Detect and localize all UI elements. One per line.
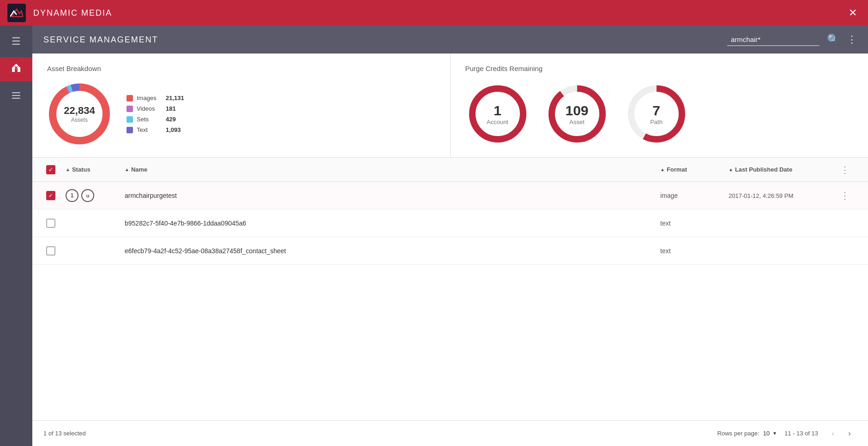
legend-value-videos: 181 [166,105,176,112]
purge-path-donut: 7 Path [624,82,689,146]
rows-per-page-value: 10 [763,430,770,437]
next-page-button[interactable]: › [842,426,857,441]
legend-item-images: Images 21,131 [127,95,184,101]
table-row: b95282c7-5f40-4e7b-9866-1ddaa09045a6 tex… [32,209,868,237]
table-actions-icon[interactable]: ⋮ [838,163,851,177]
row3-checkbox-col [40,246,62,256]
row2-checkbox-col [40,219,62,228]
sort-up-icon-date: ▲ [729,167,733,172]
asset-breakdown-panel: Asset Breakdown [32,54,451,157]
row2-format-col: text [660,219,725,227]
sidebar-item-menu[interactable]: ☰ [0,30,32,54]
legend-name-images: Images [137,95,162,101]
row2-name-col: b95282c7-5f40-4e7b-9866-1ddaa09045a6 [125,219,657,227]
row1-name-col: armchairpurgetest [125,191,657,200]
purge-account-donut: 1 Account [465,82,530,146]
purge-asset-donut: 109 Asset [545,82,609,146]
svg-rect-2 [12,98,20,99]
rows-per-page-select[interactable]: 10 ▼ [763,430,777,437]
legend-name-sets: Sets [137,116,162,123]
row3-format: text [660,247,671,255]
asset-breakdown-title: Asset Breakdown [47,65,435,72]
row2-name: b95282c7-5f40-4e7b-9866-1ddaa09045a6 [125,220,246,227]
legend-item-sets: Sets 429 [127,116,184,123]
legend-name-text: Text [137,126,162,133]
sort-up-icon: ▲ [66,167,70,172]
table-area: ▲ Status ▲ Name ▲ Format [32,158,868,446]
row1-action-icon[interactable]: ⋮ [838,189,851,202]
table-row: 1 u armchairpurgetest image 2017-01-12, … [32,182,868,209]
purge-credits-title: Purge Credits Remaining [465,65,854,72]
select-all-checkbox-col [40,165,62,174]
th-name[interactable]: ▲ Name [125,166,657,173]
sidebar-item-list[interactable] [0,85,32,109]
row1-date: 2017-01-12, 4:26:59 PM [729,192,793,199]
row1-actions-col: ⋮ [838,190,861,201]
more-options-icon[interactable]: ⋮ [847,34,857,46]
asset-total: 22,834 Assets [64,105,95,123]
prev-page-button[interactable]: ‹ [826,426,840,441]
purge-credits-panel: Purge Credits Remaining 1 Account [451,54,868,157]
legend-value-images: 21,131 [166,95,184,101]
rows-per-page: Rows per page: 10 ▼ [717,430,777,437]
row3-format-col: text [660,247,725,255]
dashboard: Asset Breakdown [32,54,868,158]
footer-selected-text: 1 of 13 selected [43,430,717,437]
row1-checkbox[interactable] [46,191,55,200]
page-navigation: ‹ › [826,426,857,441]
purge-content: 1 Account 109 Asset [465,82,854,146]
row1-status-circle-u: u [81,189,94,202]
app-logo [7,4,26,22]
app-title: DYNAMIC MEDIA [33,8,838,18]
row1-date-col: 2017-01-12, 4:26:59 PM [729,191,835,200]
row2-format: text [660,220,671,227]
asset-legend: Images 21,131 Videos 181 Sets 429 [127,95,184,133]
th-date[interactable]: ▲ Last Published Date [729,166,835,173]
table-body: 1 u armchairpurgetest image 2017-01-12, … [32,182,868,420]
row3-name-col: e6fecb79-4a2f-4c52-95ae-08a38a27458f_con… [125,247,657,255]
row1-format: image [660,192,678,199]
search-icon[interactable]: 🔍 [827,34,839,46]
list-icon [11,90,21,103]
table-row: e6fecb79-4a2f-4c52-95ae-08a38a27458f_con… [32,237,868,265]
select-all-checkbox[interactable] [46,165,55,174]
legend-item-videos: Videos 181 [127,105,184,112]
row1-status-circle-1: 1 [66,189,78,202]
search-input[interactable] [727,34,820,46]
rows-per-page-label: Rows per page: [717,430,760,437]
sidebar: ☰ [0,26,32,446]
row3-checkbox[interactable] [46,246,55,256]
close-icon[interactable]: ✕ [845,5,861,21]
legend-color-images [127,95,133,101]
th-name-label: Name [131,166,147,173]
sort-up-icon-format: ▲ [660,167,665,172]
row1-status-icons: 1 u [66,189,121,202]
sidebar-item-home[interactable] [0,57,32,81]
row1-checkbox-col [40,191,62,200]
svg-point-11 [552,89,603,139]
row2-checkbox[interactable] [46,219,55,228]
footer-pagination: Rows per page: 10 ▼ 11 - 13 of 13 ‹ › [717,426,857,441]
row3-name: e6fecb79-4a2f-4c52-95ae-08a38a27458f_con… [125,247,286,255]
asset-total-label: Assets [64,117,95,123]
row1-name: armchairpurgetest [125,192,177,199]
row1-format-col: image [660,191,725,200]
col-header-actions: ⋮ [838,164,861,175]
legend-name-videos: Videos [137,105,162,112]
table-footer: 1 of 13 selected Rows per page: 10 ▼ 11 … [32,420,868,446]
sort-up-icon-name: ▲ [125,167,129,172]
legend-color-sets [127,116,133,123]
main-content: SERVICE MANAGEMENT 🔍 ⋮ Asset Breakdown [32,26,868,446]
th-status-label: Status [72,166,90,173]
legend-item-text: Text 1,093 [127,126,184,133]
legend-value-sets: 429 [166,116,176,123]
col-header-format: ▲ Format [660,166,725,173]
menu-icon: ☰ [12,36,21,48]
th-status[interactable]: ▲ Status [66,166,121,173]
th-date-label: Last Published Date [735,166,792,173]
th-format[interactable]: ▲ Format [660,166,725,173]
col-header-name: ▲ Name [125,166,657,173]
dropdown-arrow-icon: ▼ [772,431,777,436]
table-header: ▲ Status ▲ Name ▲ Format [32,158,868,182]
asset-breakdown-content: 22,834 Assets Images 21,131 Videos [47,82,435,146]
